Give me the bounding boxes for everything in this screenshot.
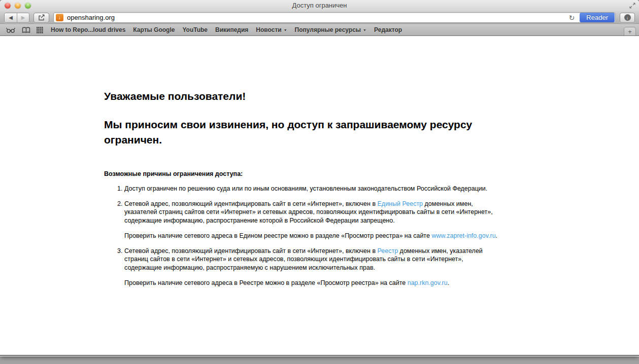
bookmarks-sidebar-icon[interactable] [22,27,30,33]
reason-text: Сетевой адрес, позволяющий идентифициров… [124,247,378,254]
note-text: . [496,232,497,239]
history-nav-control: ◀ ▶ [4,13,29,23]
bookmark-label: Редактор [374,26,402,33]
bookmark-label: Карты Google [133,26,175,33]
page-subheading: Мы приносим свои извинения, но доступ к … [104,117,482,148]
bookmark-label: How to Repo...loud drives [51,26,125,33]
downloads-button[interactable]: ↓ [620,13,635,23]
desktop-background: Доступ ограничен ◀ ▶ [0,0,639,364]
bookmark-item-youtube[interactable]: YouTube [182,26,208,33]
reader-button[interactable]: Reader [580,13,615,22]
page-content: Уважаемые пользователи! Мы приносим свои… [0,36,639,356]
top-sites-icon[interactable] [37,27,43,33]
page-heading: Уважаемые пользователи! [104,90,639,102]
registry-link[interactable]: Реестр [378,247,398,254]
browser-toolbar: ◀ ▶ ↓ opensharing.org ↻ Reader [0,11,639,24]
folder-disclosure-icon: ▼ [363,28,366,32]
bookmark-label: Популярные ресурсы [295,26,361,33]
registry-check-note: Проверить наличие сетевого адреса в Един… [124,232,499,240]
plus-icon: + [628,28,632,35]
reload-icon[interactable]: ↻ [569,14,575,21]
close-window-button[interactable] [5,3,11,9]
fullscreen-icon[interactable] [629,3,635,9]
back-button[interactable]: ◀ [5,13,17,22]
url-text[interactable]: opensharing.org [67,14,565,21]
zoom-window-button[interactable] [25,3,31,9]
folder-disclosure-icon: ▼ [284,28,287,32]
forward-icon: ▶ [21,15,25,20]
browser-window: Доступ ограничен ◀ ▶ [0,0,639,356]
reasons-title: Возможные причины ограничения доступа: [104,170,639,177]
reason-item-1: Доступ ограничен по решению суда или по … [124,185,499,193]
reason-item-3: Сетевой адрес, позволяющий идентифициров… [124,247,499,287]
bookmark-folder-popular-resources[interactable]: Популярные ресурсы▼ [295,26,366,33]
forward-button[interactable]: ▶ [17,13,29,22]
bookmark-item-wikipedia[interactable]: Википедия [215,26,248,33]
favicon-arrow-glyph: ↓ [58,15,61,20]
reading-list-icon[interactable] [6,27,16,33]
note-text: . [448,279,449,286]
download-icon: ↓ [624,14,631,21]
unified-registry-link[interactable]: Единый Реестр [378,200,423,207]
share-icon [38,14,45,21]
zapret-info-link[interactable]: www.zapret-info.gov.ru [431,232,495,239]
nap-rkn-link[interactable]: nap.rkn.gov.ru [408,279,448,286]
note-text: Проверить наличие сетевого адреса в Един… [124,232,431,239]
bookmark-item-how-to-repo[interactable]: How to Repo...loud drives [51,26,125,33]
reason-text: Сетевой адрес, позволяющий идентифициров… [124,200,378,207]
window-controls [5,3,31,9]
registry-check-note: Проверить наличие сетевого адреса в Реес… [124,279,499,287]
bookmarks-bar: How to Repo...loud drives Карты Google Y… [0,24,639,36]
bookmark-label: Новости [256,26,281,33]
note-text: Проверить наличие сетевого адреса в Реес… [124,279,408,286]
share-button[interactable] [33,13,49,23]
bookmark-item-karty-google[interactable]: Карты Google [133,26,175,33]
download-arrow-glyph: ↓ [626,15,629,20]
bookmark-label: YouTube [182,26,208,33]
back-icon: ◀ [9,15,13,20]
window-title: Доступ ограничен [0,0,639,11]
reason-text: Доступ ограничен по решению суда или по … [124,185,487,192]
reason-item-2: Сетевой адрес, позволяющий идентифициров… [124,200,499,240]
bookmark-item-redaktor[interactable]: Редактор [374,26,402,33]
reasons-list: Доступ ограничен по решению суда или по … [104,185,499,287]
site-favicon-icon: ↓ [56,14,63,21]
new-tab-button[interactable]: + [624,27,636,35]
bookmark-label: Википедия [215,26,248,33]
address-bar[interactable]: ↓ opensharing.org ↻ Reader [53,12,616,23]
minimize-window-button[interactable] [15,3,21,9]
bookmark-folder-novosti[interactable]: Новости▼ [256,26,287,33]
title-bar[interactable]: Доступ ограничен [0,0,639,11]
